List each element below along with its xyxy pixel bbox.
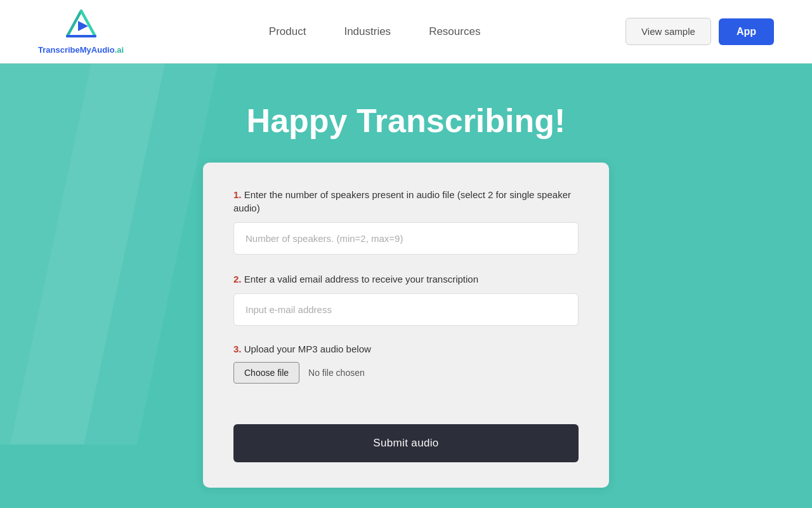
step2-label: 2. Enter a valid email address to receiv… <box>233 272 579 286</box>
step2-num: 2. <box>233 274 244 284</box>
step2-text: Enter a valid email address to receive y… <box>244 274 478 284</box>
form-step-2: 2. Enter a valid email address to receiv… <box>233 272 579 326</box>
logo-label: TranscribeMyAudio.ai <box>38 45 124 55</box>
app-button[interactable]: App <box>719 18 774 45</box>
hero-title: Happy Transcribing! <box>247 102 566 140</box>
file-status: No file chosen <box>308 368 365 378</box>
nav-resources[interactable]: Resources <box>429 25 480 38</box>
hero-section: Happy Transcribing! 1. Enter the number … <box>0 64 812 508</box>
step3-text: Upload your MP3 audio below <box>244 344 371 354</box>
nav-links: Product Industries Resources <box>269 25 481 38</box>
submit-spacer <box>233 401 579 424</box>
form-card: 1. Enter the number of speakers present … <box>203 163 609 488</box>
choose-file-button[interactable]: Choose file <box>233 362 299 384</box>
nav-industries[interactable]: Industries <box>344 25 391 38</box>
logo-icon <box>65 8 98 41</box>
form-step-3: 3. Upload your MP3 audio below Choose fi… <box>233 344 579 384</box>
navbar: TranscribeMyAudio.ai Product Industries … <box>0 0 812 64</box>
upload-row: Choose file No file chosen <box>233 362 579 384</box>
step1-num: 1. <box>233 189 244 200</box>
logo[interactable]: TranscribeMyAudio.ai <box>38 8 124 55</box>
speakers-input[interactable] <box>233 222 579 255</box>
email-input[interactable] <box>233 293 579 326</box>
step1-text: Enter the number of speakers present in … <box>233 189 571 213</box>
step3-label: 3. Upload your MP3 audio below <box>233 344 579 354</box>
step3-num: 3. <box>233 344 244 354</box>
svg-line-3 <box>81 11 95 36</box>
submit-button[interactable]: Submit audio <box>233 424 579 462</box>
form-step-1: 1. Enter the number of speakers present … <box>233 188 579 255</box>
nav-actions: View sample App <box>625 18 774 45</box>
view-sample-button[interactable]: View sample <box>625 18 711 45</box>
step1-label: 1. Enter the number of speakers present … <box>233 188 579 215</box>
nav-product[interactable]: Product <box>269 25 306 38</box>
